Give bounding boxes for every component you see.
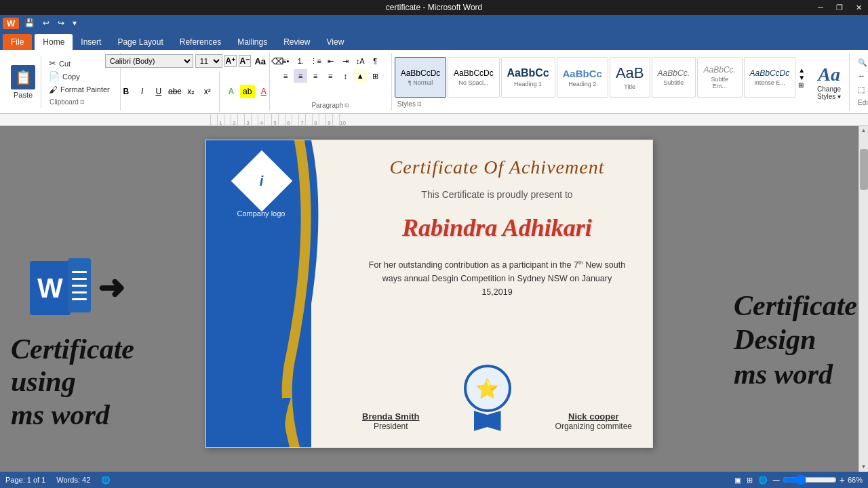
scrollbar-down-button[interactable]: ▼ xyxy=(859,462,868,472)
change-styles-button[interactable]: Aa ChangeStyles ▾ xyxy=(814,61,844,103)
font-grow-button[interactable]: A⁺ xyxy=(224,55,237,67)
paragraph-expand-icon[interactable]: ⊡ xyxy=(344,102,349,108)
tab-mailings[interactable]: Mailings xyxy=(229,34,275,50)
restore-button[interactable]: ❐ xyxy=(830,0,849,15)
show-formatting-button[interactable]: ¶ xyxy=(368,54,382,68)
text-effects-button[interactable]: A xyxy=(224,85,239,98)
vertical-scrollbar[interactable]: ▲ ▼ xyxy=(859,126,868,472)
sort-button[interactable]: ↕A xyxy=(353,54,367,68)
separator xyxy=(219,71,220,112)
tab-insert[interactable]: Insert xyxy=(73,34,109,50)
seal-circle: ⭐ xyxy=(464,365,511,412)
view-print-button[interactable]: ▣ xyxy=(734,476,741,485)
style-heading2[interactable]: AaBbCc Heading 2 xyxy=(557,57,608,98)
close-button[interactable]: ✕ xyxy=(849,0,868,15)
font-group: Calibri (Body) 11 A⁺ A⁻ Aa ⌫ B I U abc x… xyxy=(121,53,270,110)
line-spacing-button[interactable]: ↕ xyxy=(338,69,352,83)
cert-sig2-name: Nick cooper xyxy=(568,411,618,422)
scrollbar-thumb[interactable] xyxy=(860,149,868,190)
style-intense-em[interactable]: AaBbCcDc Intense E... xyxy=(744,57,795,98)
highlight-button[interactable]: ab xyxy=(240,85,255,98)
ruler-mark xyxy=(319,114,326,126)
font-shrink-button[interactable]: A⁻ xyxy=(239,55,251,67)
multilevel-button[interactable]: ⋮≡ xyxy=(309,54,322,68)
redo-quick-button[interactable]: ↪ xyxy=(55,17,67,29)
styles-more-button[interactable]: ⊞ xyxy=(798,81,805,89)
style-title[interactable]: AaB Title xyxy=(610,57,650,98)
word-icon-container: W xyxy=(30,258,91,318)
borders-button[interactable]: ⊞ xyxy=(368,69,382,83)
main-content-area: W ➜ Certificate using ms word Certificat… xyxy=(0,126,868,472)
styles-down-button[interactable]: ▼ xyxy=(798,74,805,81)
tab-file[interactable]: File xyxy=(3,34,32,50)
font-color-button[interactable]: A xyxy=(256,85,271,98)
paste-button[interactable]: 📋 Paste xyxy=(5,56,41,108)
undo-quick-button[interactable]: ↩ xyxy=(40,17,52,29)
superscript-button[interactable]: x² xyxy=(200,85,215,98)
word-line xyxy=(72,298,87,300)
font-family-select[interactable]: Calibri (Body) xyxy=(105,54,193,68)
shading-button[interactable]: ▲ xyxy=(353,69,367,83)
customize-quick-button[interactable]: ▾ xyxy=(70,17,79,29)
cert-body: For her outstanding contribution as a pa… xyxy=(368,258,626,299)
cut-button[interactable]: ✂ Cut xyxy=(47,58,112,69)
tab-page-layout[interactable]: Page Layout xyxy=(109,34,171,50)
window-controls: ─ ❐ ✕ xyxy=(811,0,868,15)
align-center-button[interactable]: ≡ xyxy=(294,69,307,83)
strikethrough-button[interactable]: abc xyxy=(167,85,182,98)
bold-button[interactable]: B xyxy=(119,85,134,98)
scrollbar-up-button[interactable]: ▲ xyxy=(859,126,868,136)
cert-body-line1: For her outstanding contribution as a pa… xyxy=(369,260,578,270)
font-group-content: Calibri (Body) 11 A⁺ A⁻ Aa ⌫ B I U abc x… xyxy=(125,54,265,112)
replace-button[interactable]: ↔ Replace xyxy=(855,70,868,81)
style-heading1[interactable]: AaBbCc Heading 1 xyxy=(501,57,555,98)
increase-indent-button[interactable]: ⇥ xyxy=(338,54,352,68)
style-normal[interactable]: AaBbCcDc ¶ Normal xyxy=(395,57,446,98)
styles-expand-icon[interactable]: ⊡ xyxy=(417,101,422,107)
align-left-button[interactable]: ≡ xyxy=(279,69,292,83)
minimize-button[interactable]: ─ xyxy=(811,0,830,15)
ruler-mark xyxy=(251,114,258,126)
numbering-button[interactable]: 1. xyxy=(294,54,307,68)
decrease-indent-button[interactable]: ⇤ xyxy=(323,54,337,68)
style-subtitle[interactable]: AaBbCc. Subtitle xyxy=(652,57,696,98)
change-case-button[interactable]: Aa xyxy=(253,54,268,68)
tab-view[interactable]: View xyxy=(319,34,353,50)
style-no-spacing[interactable]: AaBbCcDc No Spaci... xyxy=(448,57,499,98)
format-painter-button[interactable]: 🖌 Format Painter xyxy=(47,84,112,96)
zoom-in-button[interactable]: + xyxy=(840,474,845,485)
format-painter-icon: 🖌 xyxy=(49,85,58,95)
copy-button[interactable]: 📄 Copy xyxy=(47,70,112,82)
view-web-button[interactable]: 🌐 xyxy=(758,476,768,485)
styles-up-button[interactable]: ▲ xyxy=(798,66,805,74)
ruler-marks: 1 2 3 4 5 6 7 8 9 10 xyxy=(210,114,685,126)
certificate-document[interactable]: i Company logo Certificate Of Achivement… xyxy=(205,140,653,448)
select-button[interactable]: ⬚ Select ▾ xyxy=(855,84,868,96)
find-button[interactable]: 🔍 Find ▾ xyxy=(855,57,868,68)
justify-button[interactable]: ≡ xyxy=(323,69,337,83)
bullets-button[interactable]: ≡• xyxy=(279,54,292,68)
tab-review[interactable]: Review xyxy=(275,34,318,50)
style-subtle-em-name: Subtle Em... xyxy=(703,76,736,89)
word-line xyxy=(72,271,87,273)
align-right-button[interactable]: ≡ xyxy=(309,69,322,83)
ruler-mark: 4 xyxy=(258,114,264,126)
zoom-out-button[interactable]: ─ xyxy=(773,474,780,485)
tab-references[interactable]: References xyxy=(172,34,229,50)
zoom-level: 66% xyxy=(848,476,863,484)
scrollbar-track[interactable] xyxy=(859,190,868,462)
subscript-button[interactable]: x₂ xyxy=(184,85,199,98)
italic-button[interactable]: I xyxy=(135,85,150,98)
zoom-slider[interactable] xyxy=(783,474,837,485)
cert-sig2: Nick cooper Organizing commitee xyxy=(555,411,632,431)
save-quick-button[interactable]: 💾 xyxy=(22,17,37,29)
copy-icon: 📄 xyxy=(49,71,60,81)
tab-home[interactable]: Home xyxy=(35,34,73,50)
clipboard-expand-icon[interactable]: ⊡ xyxy=(80,99,85,105)
title-bar: certificate - Microsoft Word ─ ❐ ✕ xyxy=(0,0,868,15)
font-size-select[interactable]: 11 xyxy=(195,54,222,68)
style-subtle-em[interactable]: AaBbCc. Subtle Em... xyxy=(697,57,743,98)
view-fullscreen-button[interactable]: ⊞ xyxy=(747,476,753,485)
change-styles-group: Aa ChangeStyles ▾ xyxy=(809,53,850,110)
underline-button[interactable]: U xyxy=(151,85,166,98)
